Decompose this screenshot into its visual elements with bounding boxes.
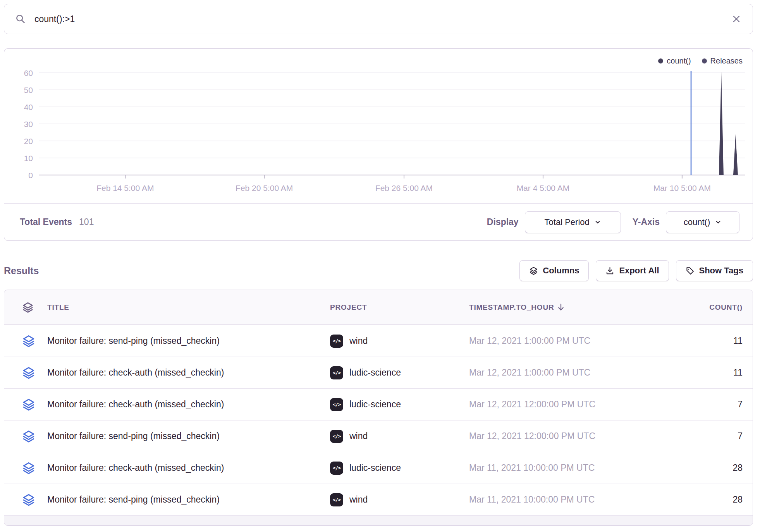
project-platform-icon: </> xyxy=(330,366,343,379)
count-cell: 7 xyxy=(698,399,753,410)
columns-button[interactable]: Columns xyxy=(519,260,589,281)
timestamp-header-label: TIMESTAMP.TO_HOUR xyxy=(469,303,554,312)
event-title-link[interactable]: Monitor failure: check-auth (missed_chec… xyxy=(47,399,330,410)
display-label: Display xyxy=(487,217,519,227)
display-dropdown-value: Total Period xyxy=(545,217,590,227)
legend-item-count[interactable]: count() xyxy=(658,57,691,65)
results-bar: Results Columns xyxy=(4,259,753,282)
event-title-link[interactable]: Monitor failure: send-ping (missed_check… xyxy=(47,336,330,346)
count-cell: 7 xyxy=(698,431,753,441)
project-platform-icon: </> xyxy=(330,335,343,348)
event-title-link[interactable]: Monitor failure: check-auth (missed_chec… xyxy=(47,463,330,473)
events-over-time-chart[interactable]: 0102030405060Feb 14 5:00 AMFeb 20 5:00 A… xyxy=(4,49,753,203)
legend-label: Releases xyxy=(710,57,743,65)
tag-icon xyxy=(686,266,695,275)
count-cell: 11 xyxy=(698,367,753,378)
svg-text:30: 30 xyxy=(24,120,33,129)
event-title-link[interactable]: Monitor failure: check-auth (missed_chec… xyxy=(47,367,330,378)
search-input[interactable]: count():>1 xyxy=(34,14,75,24)
project-name: wind xyxy=(349,431,368,441)
chevron-down-icon xyxy=(715,219,722,226)
stacked-events-icon xyxy=(4,462,47,475)
show-tags-button[interactable]: Show Tags xyxy=(676,260,753,281)
releases-series-dot-icon xyxy=(702,58,707,63)
stacked-events-icon xyxy=(4,366,47,379)
table-row: Monitor failure: check-auth (missed_chec… xyxy=(4,452,753,484)
stacked-events-icon xyxy=(4,398,47,411)
y-axis-label: Y-Axis xyxy=(633,217,660,227)
svg-text:60: 60 xyxy=(24,69,33,77)
display-dropdown[interactable]: Total Period xyxy=(525,211,621,233)
table-row: Monitor failure: send-ping (missed_check… xyxy=(4,484,753,515)
project-platform-icon: </> xyxy=(330,430,343,443)
project-platform-icon: </> xyxy=(330,493,343,506)
search-bar[interactable]: count():>1 xyxy=(4,4,753,34)
project-platform-icon: </> xyxy=(330,462,343,475)
timestamp-cell: Mar 12, 2021 1:00:00 PM UTC xyxy=(469,367,698,378)
svg-text:Mar 10 5:00 AM: Mar 10 5:00 AM xyxy=(653,184,711,192)
column-header-timestamp[interactable]: TIMESTAMP.TO_HOUR xyxy=(469,303,698,312)
download-icon xyxy=(605,266,614,275)
svg-text:0: 0 xyxy=(28,171,33,180)
timestamp-cell: Mar 12, 2021 12:00:00 PM UTC xyxy=(469,399,698,410)
timestamp-cell: Mar 11, 2021 10:00:00 PM UTC xyxy=(469,494,698,505)
export-all-button[interactable]: Export All xyxy=(596,260,669,281)
project-name: wind xyxy=(349,494,368,505)
stack-column-header xyxy=(4,302,47,313)
column-header-project[interactable]: PROJECT xyxy=(330,303,469,312)
columns-button-label: Columns xyxy=(543,266,579,276)
total-events-value: 101 xyxy=(79,217,94,227)
table-row: Monitor failure: send-ping (missed_check… xyxy=(4,325,753,357)
count-cell: 11 xyxy=(698,336,753,346)
count-cell: 28 xyxy=(698,463,753,473)
timestamp-cell: Mar 12, 2021 12:00:00 PM UTC xyxy=(469,431,698,441)
timestamp-cell: Mar 12, 2021 1:00:00 PM UTC xyxy=(469,336,698,346)
event-title-link[interactable]: Monitor failure: send-ping (missed_check… xyxy=(47,431,330,441)
chevron-down-icon xyxy=(594,219,601,226)
stacked-events-icon xyxy=(4,493,47,506)
stacked-events-icon xyxy=(4,430,47,443)
chart-legend: count() Releases xyxy=(658,57,743,65)
total-events-label: Total Events xyxy=(20,217,72,227)
svg-text:20: 20 xyxy=(24,137,33,146)
svg-text:40: 40 xyxy=(24,103,33,112)
y-axis-dropdown[interactable]: count() xyxy=(666,211,739,233)
svg-text:Feb 20 5:00 AM: Feb 20 5:00 AM xyxy=(236,184,293,192)
layers-icon xyxy=(529,266,538,275)
table-header-row: TITLE PROJECT TIMESTAMP.TO_HOUR COUNT() xyxy=(4,290,753,325)
project-platform-icon: </> xyxy=(330,398,343,411)
column-header-count[interactable]: COUNT() xyxy=(698,303,753,312)
clear-search-icon[interactable] xyxy=(731,14,742,24)
event-title-link[interactable]: Monitor failure: send-ping (missed_check… xyxy=(47,494,330,505)
column-header-title[interactable]: TITLE xyxy=(47,303,330,312)
svg-text:Feb 14 5:00 AM: Feb 14 5:00 AM xyxy=(96,184,154,192)
stacked-events-icon xyxy=(4,335,47,348)
results-title: Results xyxy=(4,265,39,276)
table-row: Monitor failure: check-auth (missed_chec… xyxy=(4,357,753,388)
svg-text:50: 50 xyxy=(24,86,33,94)
timestamp-cell: Mar 11, 2021 10:00:00 PM UTC xyxy=(469,463,698,473)
results-table: TITLE PROJECT TIMESTAMP.TO_HOUR COUNT() … xyxy=(4,290,753,526)
project-name: ludic-science xyxy=(349,463,401,473)
discover-page: count():>1 count() Releases 010203040506… xyxy=(0,0,760,532)
search-icon xyxy=(15,14,26,24)
export-all-button-label: Export All xyxy=(619,266,659,276)
sort-desc-arrow-icon xyxy=(557,303,565,312)
chart-footer: Total Events 101 Display Total Period Y-… xyxy=(4,203,753,241)
legend-label: count() xyxy=(667,57,691,65)
count-cell: 28 xyxy=(698,494,753,505)
project-name: ludic-science xyxy=(349,367,401,378)
project-name: wind xyxy=(349,336,368,346)
y-axis-dropdown-value: count() xyxy=(684,217,710,227)
svg-text:10: 10 xyxy=(24,154,33,163)
svg-text:Mar 4 5:00 AM: Mar 4 5:00 AM xyxy=(517,184,570,192)
project-name: ludic-science xyxy=(349,399,401,410)
events-chart-card: count() Releases 0102030405060Feb 14 5:0… xyxy=(4,48,753,241)
table-footer-strip xyxy=(4,515,753,526)
legend-item-releases[interactable]: Releases xyxy=(702,57,743,65)
table-row: Monitor failure: send-ping (missed_check… xyxy=(4,420,753,452)
table-row: Monitor failure: check-auth (missed_chec… xyxy=(4,388,753,420)
show-tags-button-label: Show Tags xyxy=(699,266,744,276)
count-series-dot-icon xyxy=(658,58,663,63)
svg-text:Feb 26 5:00 AM: Feb 26 5:00 AM xyxy=(375,184,433,192)
